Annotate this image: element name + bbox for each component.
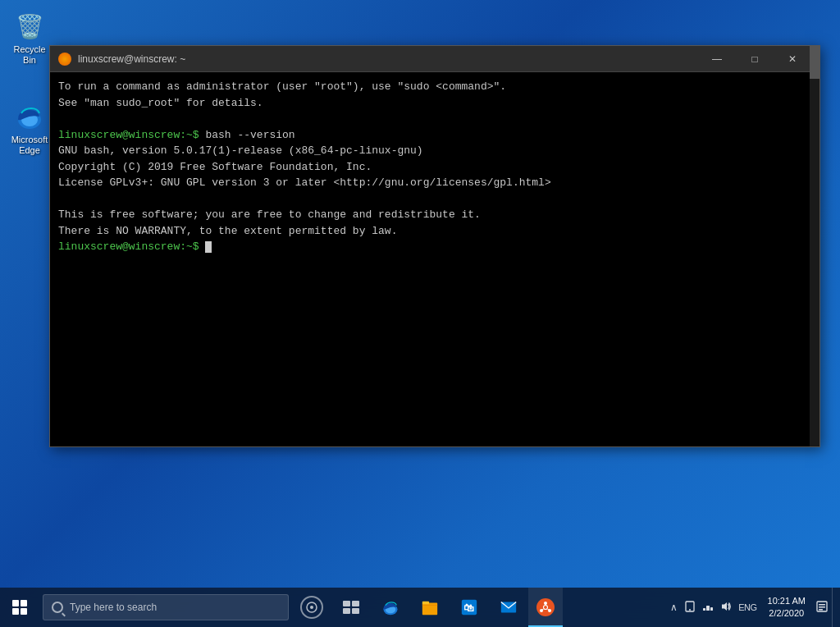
search-placeholder: Type here to search [70, 602, 157, 613]
svg-rect-5 [352, 601, 359, 606]
svg-line-21 [548, 610, 549, 611]
svg-rect-27 [710, 607, 713, 611]
ubuntu-icon [536, 598, 555, 616]
edge-taskbar-icon [381, 598, 399, 616]
svg-text:🛍: 🛍 [463, 602, 474, 614]
file-explorer-button[interactable] [410, 588, 450, 627]
terminal-line-5: License GPLv3+: GNU GPL version 3 or lat… [58, 175, 805, 191]
terminal-blank-1 [58, 111, 805, 127]
taskview-button[interactable] [331, 588, 371, 627]
taskbar: Type here to search [0, 588, 840, 627]
taskbar-apps: 🛍 [292, 588, 664, 627]
mail-icon [500, 598, 518, 616]
windows-logo-icon [12, 600, 27, 615]
svg-rect-32 [819, 609, 823, 611]
edge-taskbar-button[interactable] [371, 588, 410, 627]
svg-rect-11 [422, 602, 429, 605]
svg-rect-26 [703, 608, 705, 611]
terminal-maximize-button[interactable]: □ [736, 46, 774, 72]
terminal-blank-2 [58, 191, 805, 208]
taskbar-system-tray: ∧ [664, 588, 840, 627]
terminal-line-7: There is NO WARRANTY, to the extent perm… [58, 223, 805, 240]
terminal-title: linuxscrew@winscrew: ~ [78, 53, 698, 65]
svg-rect-30 [819, 604, 825, 606]
taskbar-search-bar[interactable]: Type here to search [43, 594, 289, 620]
svg-marker-28 [722, 602, 727, 611]
action-center-icon[interactable] [814, 599, 830, 616]
terminal-app-icon [58, 53, 71, 66]
recycle-bin-label: Recycle Bin [7, 44, 52, 66]
taskview-icon [343, 601, 359, 614]
terminal-scrollbar-thumb[interactable] [810, 46, 819, 79]
clock-time: 10:21 AM [768, 595, 806, 607]
svg-rect-4 [343, 601, 350, 606]
edge-label: MicrosoftEdge [11, 135, 48, 156]
terminal-window: linuxscrew@winscrew: ~ — □ ✕ To run a co… [49, 45, 820, 447]
network-icon[interactable] [700, 599, 716, 616]
terminal-prompt-line: linuxscrew@winscrew:~$ [58, 239, 805, 255]
svg-rect-6 [343, 608, 350, 614]
edge-desktop-icon[interactable]: MicrosoftEdge [3, 97, 56, 159]
mail-button[interactable] [489, 588, 528, 627]
desktop: 🗑️ Recycle Bin MicrosoftEdge linuxscrew@… [0, 0, 840, 627]
clock[interactable]: 10:21 AM 2/2/2020 [761, 588, 812, 627]
ubuntu-taskbar-button[interactable] [528, 588, 563, 627]
svg-rect-7 [352, 608, 359, 614]
show-desktop-button[interactable] [832, 588, 837, 627]
volume-icon[interactable] [718, 599, 734, 616]
svg-rect-25 [706, 606, 710, 611]
terminal-line-2: See "man sudo_root" for details. [58, 95, 805, 112]
clock-date: 2/2/2020 [769, 607, 804, 620]
terminal-line-1: To run a command as administrator (user … [58, 79, 805, 95]
file-explorer-icon [421, 598, 439, 616]
cortana-icon [300, 596, 323, 619]
terminal-close-button[interactable]: ✕ [774, 46, 811, 72]
svg-point-3 [310, 606, 313, 609]
svg-rect-10 [422, 603, 437, 616]
tablet-mode-icon[interactable] [682, 599, 698, 616]
store-icon: 🛍 [460, 598, 478, 616]
start-button[interactable] [0, 588, 39, 627]
cortana-button[interactable] [292, 588, 331, 627]
language-indicator[interactable]: ENG [736, 601, 759, 614]
svg-point-24 [689, 609, 691, 611]
terminal-controls: — □ ✕ [698, 46, 811, 72]
svg-rect-31 [819, 606, 825, 608]
store-button[interactable]: 🛍 [450, 588, 489, 627]
terminal-line-6: This is free software; you are free to c… [58, 207, 805, 223]
terminal-line-4: Copyright (C) 2019 Free Software Foundat… [58, 159, 805, 176]
terminal-line-cmd: linuxscrew@winscrew:~$ bash --version [58, 127, 805, 144]
show-hidden-icons-button[interactable]: ∧ [668, 600, 680, 615]
terminal-minimize-button[interactable]: — [698, 46, 736, 72]
terminal-titlebar: linuxscrew@winscrew: ~ — □ ✕ [50, 46, 819, 72]
terminal-line-3: GNU bash, version 5.0.17(1)-release (x86… [58, 143, 805, 159]
search-icon [52, 602, 63, 613]
terminal-scrollbar[interactable] [810, 46, 819, 446]
terminal-cursor [205, 241, 212, 253]
terminal-body[interactable]: To run a command as administrator (user … [50, 72, 819, 446]
svg-line-22 [542, 610, 543, 611]
recycle-bin-icon[interactable]: 🗑️ Recycle Bin [3, 7, 56, 69]
